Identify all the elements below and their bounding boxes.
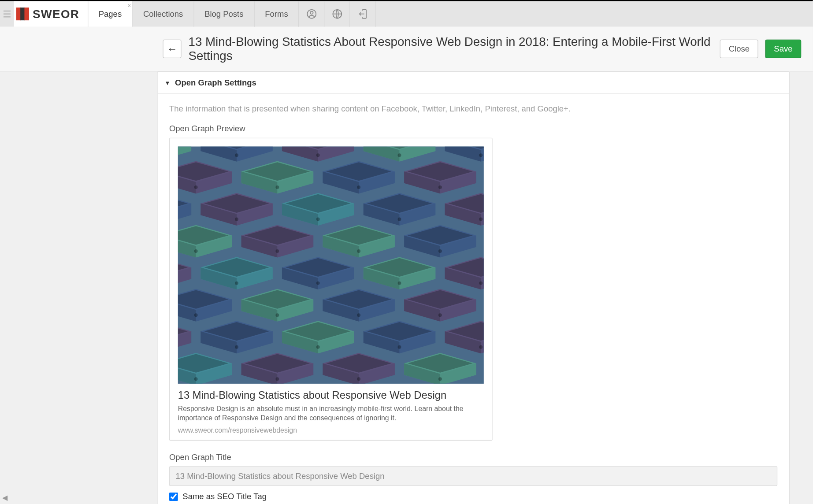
user-icon[interactable] xyxy=(299,1,325,27)
same-as-seo-label: Same as SEO Title Tag xyxy=(182,492,267,501)
svg-point-1 xyxy=(310,11,313,15)
back-button[interactable]: ← xyxy=(163,40,181,58)
og-preview-title: 13 Mind-Blowing Statistics about Respons… xyxy=(178,389,484,402)
og-title-input[interactable] xyxy=(169,467,777,486)
arrow-left-icon: ← xyxy=(167,43,178,55)
og-preview-label: Open Graph Preview xyxy=(169,124,777,133)
og-title-label: Open Graph Title xyxy=(169,452,777,462)
caret-down-icon: ▼ xyxy=(164,79,170,86)
panel-help-text: The information that is presented when s… xyxy=(169,104,777,113)
nav-tab-blog-posts[interactable]: Blog Posts xyxy=(194,1,254,27)
page-subheader: ← 13 Mind-Blowing Statistics About Respo… xyxy=(0,27,813,72)
top-bar: SWEOR Pages × Collections Blog Posts For… xyxy=(0,0,813,27)
same-as-seo-row[interactable]: Same as SEO Title Tag xyxy=(169,492,777,501)
nav-tab-pages[interactable]: Pages × xyxy=(88,1,133,27)
save-button[interactable]: Save xyxy=(765,40,802,58)
main-nav: Pages × Collections Blog Posts Forms xyxy=(88,1,376,27)
close-button[interactable]: Close xyxy=(720,40,758,58)
menu-icon[interactable] xyxy=(0,1,14,27)
collapse-sidebar-icon[interactable]: ◀ xyxy=(2,493,7,501)
globe-icon[interactable] xyxy=(325,1,350,27)
logo[interactable]: SWEOR xyxy=(14,1,88,27)
og-preview-image xyxy=(178,147,484,384)
nav-tab-label: Forms xyxy=(265,9,288,19)
nav-tab-label: Blog Posts xyxy=(204,9,243,19)
og-preview-card: 13 Mind-Blowing Statistics about Respons… xyxy=(169,138,493,441)
og-preview-description: Responsive Design is an absolute must in… xyxy=(178,404,484,423)
panel-title: Open Graph Settings xyxy=(175,78,256,87)
nav-tab-collections[interactable]: Collections xyxy=(133,1,194,27)
logout-icon[interactable] xyxy=(350,1,376,27)
open-graph-panel: ▼ Open Graph Settings The information th… xyxy=(157,71,790,504)
logo-mark-icon xyxy=(16,7,29,20)
same-as-seo-checkbox[interactable] xyxy=(169,492,178,501)
og-preview-url: www.sweor.com/responsivewebdesign xyxy=(178,426,484,434)
nav-tab-forms[interactable]: Forms xyxy=(255,1,299,27)
logo-text: SWEOR xyxy=(33,7,79,20)
panel-header[interactable]: ▼ Open Graph Settings xyxy=(158,72,789,94)
page-title: 13 Mind-Blowing Statistics About Respons… xyxy=(189,35,713,63)
nav-tab-label: Pages xyxy=(99,9,122,19)
nav-tab-label: Collections xyxy=(143,9,183,19)
close-icon[interactable]: × xyxy=(128,2,131,9)
